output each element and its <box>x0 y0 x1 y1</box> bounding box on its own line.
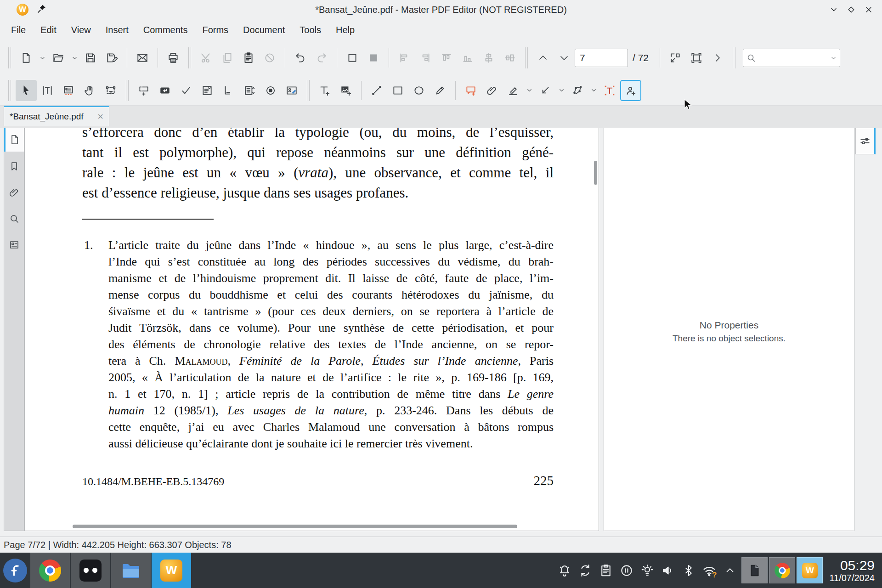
sidebar-attachments-button[interactable] <box>4 181 24 204</box>
button-field-tool-button[interactable] <box>154 80 175 101</box>
polygon-tool-button[interactable] <box>567 80 588 101</box>
next-page-button[interactable] <box>554 47 575 68</box>
clock[interactable]: 05:29 11/07/2024 <box>829 558 875 583</box>
line-tool-button[interactable] <box>366 80 387 101</box>
arrow-tool-button[interactable] <box>535 80 556 101</box>
checkbox-field-tool-button[interactable] <box>175 80 197 101</box>
vertical-scrollbar[interactable] <box>594 161 597 185</box>
menu-help[interactable]: Help <box>328 22 362 39</box>
stroke-color-button[interactable] <box>342 47 363 68</box>
new-document-button[interactable] <box>16 47 37 68</box>
add-text-tool-button[interactable] <box>314 80 335 101</box>
hand-tool-button[interactable] <box>79 80 100 101</box>
menu-edit[interactable]: Edit <box>33 22 63 39</box>
taskbar-chrome-button[interactable] <box>30 553 70 588</box>
add-signature-button[interactable] <box>620 80 641 101</box>
bluetooth-button[interactable] <box>678 553 699 588</box>
sidebar-pages-button[interactable] <box>4 128 24 152</box>
fill-color-button[interactable] <box>363 47 384 68</box>
fit-page-button[interactable] <box>686 47 707 68</box>
properties-tab-button[interactable] <box>855 128 876 154</box>
ellipse-tool-button[interactable] <box>408 80 430 101</box>
menu-tools[interactable]: Tools <box>292 22 328 39</box>
tray-expand-button[interactable] <box>719 553 740 588</box>
previous-page-button[interactable] <box>532 47 554 68</box>
toolbar-grip[interactable] <box>8 47 11 68</box>
sticky-note-tool-button[interactable] <box>460 80 481 101</box>
undo-button[interactable] <box>290 47 311 68</box>
horizontal-scrollbar[interactable] <box>73 525 517 528</box>
toolbar-grip[interactable] <box>8 80 11 101</box>
search-box[interactable] <box>743 49 840 67</box>
highlight-tool-button[interactable] <box>503 80 524 101</box>
open-dropdown[interactable] <box>69 47 80 68</box>
edit-text-tool-button[interactable] <box>37 80 58 101</box>
cut-button[interactable] <box>196 47 217 68</box>
redo-button[interactable] <box>311 47 332 68</box>
align-left-button[interactable] <box>394 47 415 68</box>
sidebar-form-fields-button[interactable] <box>4 233 24 257</box>
align-right-button[interactable] <box>415 47 436 68</box>
add-image-tool-button[interactable] <box>335 80 356 101</box>
updates-button[interactable] <box>575 553 595 588</box>
app-launcher-button[interactable] <box>0 553 30 588</box>
save-button[interactable] <box>80 47 101 68</box>
sidebar-search-button[interactable] <box>4 207 24 231</box>
center-vertically-button[interactable] <box>499 47 520 68</box>
page-number-input[interactable] <box>575 49 628 67</box>
scroll-list-tool-button[interactable] <box>239 80 260 101</box>
attach-file-tool-button[interactable] <box>481 80 503 101</box>
menu-file[interactable]: File <box>4 22 33 39</box>
new-document-dropdown[interactable] <box>37 47 48 68</box>
copy-button[interactable] <box>217 47 238 68</box>
open-button[interactable] <box>48 47 69 68</box>
clipboard-button[interactable] <box>595 553 616 588</box>
search-input[interactable] <box>756 53 830 63</box>
taskbar-media-app-button[interactable] <box>71 553 110 588</box>
edit-forms-tool-button[interactable] <box>58 80 79 101</box>
notifications-button[interactable] <box>554 553 575 588</box>
night-light-button[interactable] <box>637 553 657 588</box>
align-bottom-button[interactable] <box>457 47 478 68</box>
print-button[interactable] <box>163 47 184 68</box>
marquee-select-tool-button[interactable] <box>100 80 121 101</box>
toolbar-overflow-button[interactable] <box>707 47 728 68</box>
tab-close-icon[interactable]: × <box>97 112 103 122</box>
text-box-annotation-button[interactable] <box>599 80 620 101</box>
list-box-tool-button[interactable] <box>218 80 239 101</box>
paste-button[interactable] <box>238 47 259 68</box>
rectangle-tool-button[interactable] <box>387 80 408 101</box>
volume-button[interactable] <box>657 553 678 588</box>
taskbar-file-manager-button[interactable] <box>111 553 151 588</box>
arrow-tool-dropdown[interactable] <box>556 80 567 101</box>
window-preview-chrome[interactable] <box>769 557 795 583</box>
combo-box-tool-button[interactable] <box>197 80 218 101</box>
menu-forms[interactable]: Forms <box>195 22 236 39</box>
document-view[interactable]: s’efforcera donc d’en établir la typolog… <box>24 128 599 531</box>
align-top-button[interactable] <box>436 47 457 68</box>
highlight-tool-dropdown[interactable] <box>524 80 535 101</box>
pause-button[interactable] <box>616 553 637 588</box>
radio-button-tool-button[interactable] <box>260 80 281 101</box>
select-tool-button[interactable] <box>16 80 37 101</box>
pencil-tool-button[interactable] <box>430 80 451 101</box>
menu-view[interactable]: View <box>64 22 98 39</box>
sidebar-bookmarks-button[interactable] <box>4 154 24 178</box>
save-as-button[interactable] <box>101 47 122 68</box>
email-button[interactable] <box>132 47 153 68</box>
menu-comments[interactable]: Comments <box>136 22 195 39</box>
search-dropdown-icon[interactable] <box>830 55 837 62</box>
wifi-button[interactable]: ? <box>699 553 719 588</box>
polygon-tool-dropdown[interactable] <box>588 80 599 101</box>
menu-insert[interactable]: Insert <box>98 22 136 39</box>
titlebar[interactable]: W *Bansat_Jeûne.pdf - Master PDF Editor … <box>0 0 882 19</box>
center-horizontally-button[interactable] <box>478 47 499 68</box>
window-preview-document-viewer[interactable] <box>741 557 768 583</box>
signature-field-tool-button[interactable] <box>281 80 302 101</box>
taskbar-master-pdf-button[interactable]: W <box>152 553 191 588</box>
menu-document[interactable]: Document <box>236 22 292 39</box>
window-preview-master-pdf[interactable]: W <box>797 557 823 583</box>
fit-visible-button[interactable] <box>665 47 686 68</box>
tab-bansat-jeune[interactable]: *Bansat_Jeûne.pdf × <box>4 106 109 126</box>
text-field-tool-button[interactable] <box>133 80 154 101</box>
